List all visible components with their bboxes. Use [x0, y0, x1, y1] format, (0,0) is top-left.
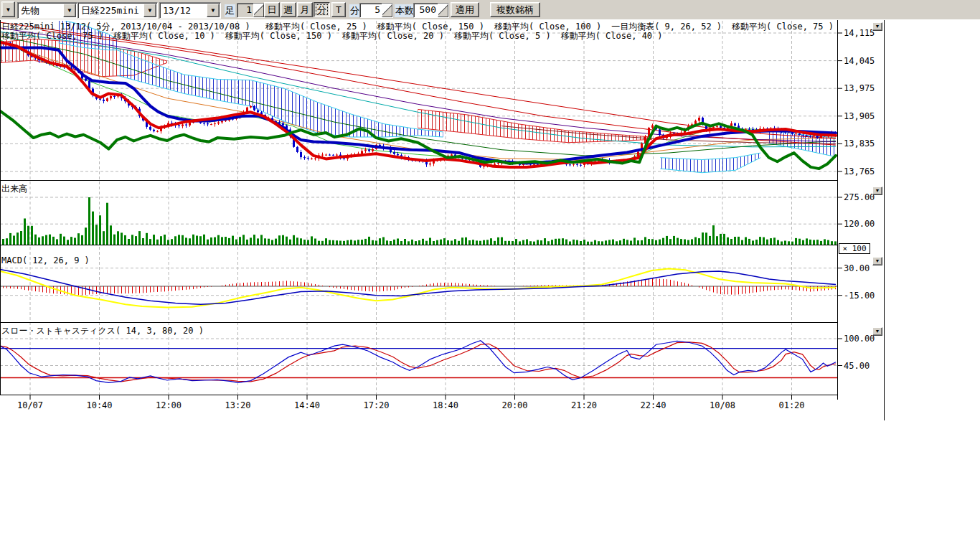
time-axis-label: 20:00: [501, 400, 527, 410]
stoch-axis-label: 100.00: [844, 334, 875, 344]
price-scale-menu-button[interactable]: ▼: [872, 22, 882, 31]
time-axis-label: 01:20: [778, 400, 804, 410]
price-axis-label: 13,765: [844, 166, 875, 176]
indicator-label: 移動平均( Close, 5 ): [454, 31, 551, 41]
volume-axis-label: 120.00: [844, 219, 875, 229]
time-axis-label: 12:00: [156, 400, 182, 410]
time-axis-label: 14:40: [294, 400, 320, 410]
time-axis-label: 13:20: [225, 400, 250, 410]
price-axis-label: 14,045: [844, 56, 875, 66]
time-axis-label: 21:20: [571, 400, 597, 410]
time-axis-label: 10:40: [86, 400, 112, 410]
macd-axis-label: 30.00: [844, 263, 870, 273]
indicator-label: 移動平均( Close, 20 ): [342, 31, 444, 41]
volume-bars: [2, 197, 837, 245]
time-axis-label: 17:20: [363, 400, 389, 410]
price-axis-label: 14,115: [844, 28, 875, 38]
stoch-axis-label: 45.00: [844, 361, 870, 371]
time-axis-label: 22:40: [640, 400, 666, 410]
indicator-label: 移動平均( Close, 75 ): [732, 22, 834, 32]
indicator-row: 移動平均( Close, 75 )移動平均( Close, 10 )移動平均( …: [1, 30, 673, 42]
macd-axis-label: -15.00: [844, 291, 875, 301]
price-axis-label: 13,975: [844, 83, 875, 93]
stochastics-series: [0, 341, 837, 383]
stoch-panel-label: スロー・ストキャスティクス( 14, 3, 80, 20 ): [1, 325, 204, 337]
time-axis-label: 18:40: [433, 400, 458, 410]
indicator-label: 移動平均( Close, 10 ): [113, 31, 215, 41]
chart-area: 日経225mini 13/12( 5分, 2013/10/04 - 2013/1…: [0, 0, 980, 551]
volume-panel-label: 出来高: [1, 183, 27, 195]
chart-application-window: ▼ 先物 ▼ 日経225mini ▼ 13/12 ▼ 足 1 日 週 月 分 T…: [0, 0, 980, 551]
indicator-label: 移動平均( Close, 40 ): [561, 31, 663, 41]
price-axis-label: 13,835: [844, 138, 875, 149]
price-axis-label: 13,905: [844, 111, 875, 121]
volume-axis-label: 275.00: [844, 192, 875, 202]
macd-series: [0, 269, 837, 308]
indicator-label: 移動平均( Close, 75 ): [1, 31, 103, 41]
time-axis-label: 10/08: [710, 400, 735, 410]
stoch-scale-menu-button[interactable]: ▼: [872, 327, 882, 336]
volume-scale-menu-button[interactable]: ▼: [872, 187, 882, 195]
macd-panel-label: MACD( 12, 26, 9 ): [1, 255, 90, 265]
macd-scale-menu-button[interactable]: ▼: [872, 257, 882, 265]
volume-multiplier-box: × 100: [839, 243, 870, 254]
indicator-label: 移動平均( Close, 150 ): [225, 31, 332, 41]
chart-canvas: [0, 20, 890, 422]
time-axis-label: 10/07: [17, 400, 43, 410]
